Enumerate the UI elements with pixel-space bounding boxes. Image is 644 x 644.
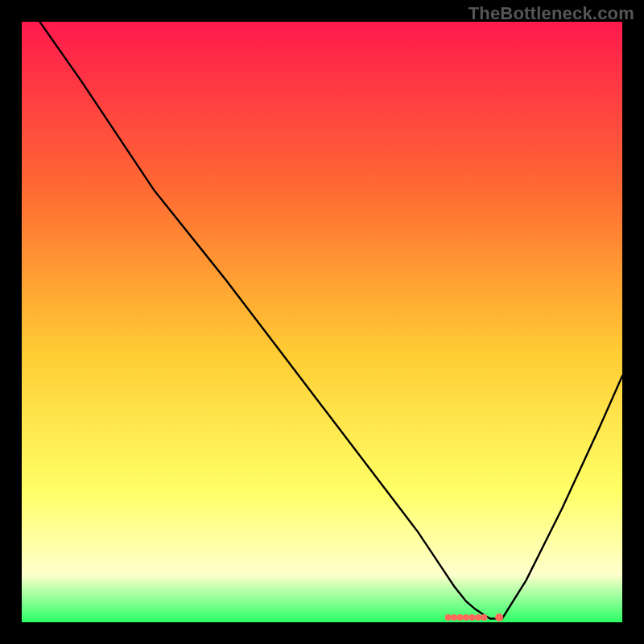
sweet-spot-marker: [475, 614, 481, 621]
sweet-spot-marker: [451, 614, 457, 621]
sweet-spot-marker: [445, 614, 452, 621]
chart-stage: TheBottleneck.com: [0, 0, 644, 644]
gradient-background: [22, 22, 622, 622]
sweet-spot-marker: [457, 614, 464, 621]
plot-area: [22, 22, 622, 622]
sweet-spot-marker: [481, 614, 487, 621]
bottleneck-chart: [22, 22, 622, 622]
sweet-spot-marker: [495, 613, 503, 621]
sweet-spot-marker: [469, 614, 476, 621]
sweet-spot-marker: [463, 614, 469, 621]
